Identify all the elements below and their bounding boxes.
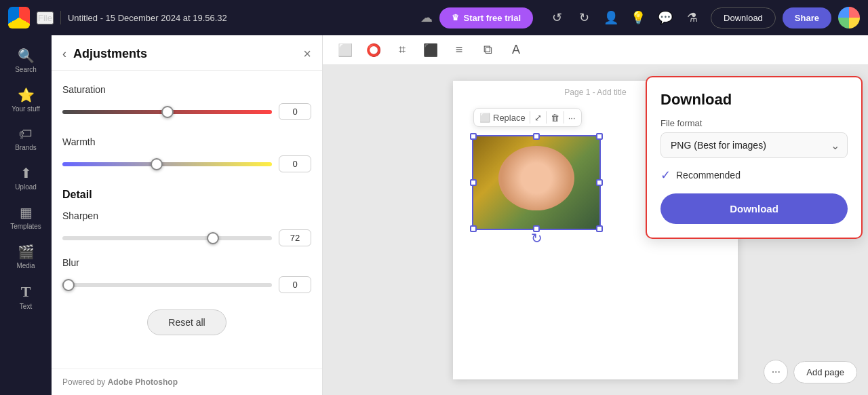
templates-icon: ▦ <box>20 204 33 221</box>
handle-middle-left[interactable] <box>470 179 477 186</box>
handle-middle-right[interactable] <box>596 179 603 186</box>
toolbar-separator <box>530 111 530 124</box>
page-label: Page 1 - Add title <box>564 88 626 97</box>
saturation-section: Saturation <box>62 84 311 120</box>
tool-align-button[interactable]: ≡ <box>448 39 471 62</box>
delete-button[interactable]: 🗑 <box>551 113 559 123</box>
warmth-track <box>62 162 272 166</box>
sidebar-item-text[interactable]: T Text <box>3 278 49 316</box>
sidebar-item-brands[interactable]: 🏷 Brands <box>3 121 49 157</box>
canvas-more-button[interactable]: ··· <box>764 360 788 384</box>
format-select[interactable]: PNG (Best for images) JPEG PDF SVG MP4 <box>660 132 848 158</box>
avatar[interactable] <box>838 7 860 29</box>
recommended-label: Recommended <box>676 170 741 181</box>
more-options-button[interactable]: ··· <box>568 113 576 123</box>
canvas-bottom-controls: ··· Add page <box>764 360 857 384</box>
canva-logo <box>8 7 30 29</box>
tool-duplicate-button[interactable]: ⧉ <box>476 39 499 62</box>
toolbar-separator <box>546 111 547 124</box>
canvas-toolbar: ⬜ ⭕ ⌗ ⬛ ≡ ⧉ A <box>323 35 868 65</box>
download-top-button[interactable]: Download <box>711 7 776 29</box>
sharpen-value-input[interactable] <box>279 229 311 246</box>
tool-select-button[interactable]: ⬜ <box>334 39 357 62</box>
adjustments-panel: ‹ Adjustments × Saturation Warmth <box>52 35 323 395</box>
panel-header: ‹ Adjustments × <box>52 35 322 71</box>
sidebar-item-label: Upload <box>15 183 37 191</box>
blur-slider-row <box>62 276 311 293</box>
toolbar-separator <box>564 111 564 124</box>
tool-translate-button[interactable]: A <box>505 39 528 62</box>
file-menu-button[interactable]: File <box>37 12 54 24</box>
collaborate-button[interactable]: 👤 <box>599 6 623 29</box>
saturation-slider[interactable] <box>62 105 272 119</box>
handle-top-left[interactable] <box>470 133 477 140</box>
tips-button[interactable]: 💡 <box>627 6 650 29</box>
blur-thumb[interactable] <box>62 279 75 291</box>
undo-button[interactable]: ↺ <box>545 6 568 29</box>
warmth-thumb[interactable] <box>151 158 163 170</box>
sidebar-item-templates[interactable]: ▦ Templates <box>3 199 49 236</box>
sidebar-item-your-stuff[interactable]: ⭐ Your stuff <box>3 81 49 118</box>
free-trial-button[interactable]: Start free trial <box>439 7 533 29</box>
text-icon: T <box>21 283 31 301</box>
topbar-action-icons: ↺ ↻ 👤 💡 💬 ⚗ <box>545 6 704 29</box>
apps-button[interactable]: ⚗ <box>681 6 704 29</box>
share-button[interactable]: Share <box>783 7 831 29</box>
tool-circle-button[interactable]: ⭕ <box>362 39 385 62</box>
handle-top-right[interactable] <box>596 133 603 140</box>
replace-icon: ⬜ <box>479 113 490 123</box>
tool-rect-button[interactable]: ⬛ <box>419 39 442 62</box>
blur-label: Blur <box>62 257 311 268</box>
crop-icon: ⤢ <box>534 113 542 123</box>
search-icon: 🔍 <box>18 48 35 64</box>
handle-bottom-left[interactable] <box>470 225 477 232</box>
tool-grid-button[interactable]: ⌗ <box>391 39 414 62</box>
add-page-button[interactable]: Add page <box>793 361 857 383</box>
handle-bottom-right[interactable] <box>596 225 603 232</box>
panel-body: Saturation Warmth <box>52 71 322 369</box>
blur-value-input[interactable] <box>279 276 311 293</box>
panel-close-button[interactable]: × <box>303 46 311 62</box>
saturation-label: Saturation <box>62 84 311 95</box>
sidebar-item-upload[interactable]: ⬆ Upload <box>3 159 49 196</box>
powered-by-text: Powered by <box>62 377 108 387</box>
topbar: File Untitled - 15 December 2024 at 19.5… <box>0 0 868 35</box>
warmth-slider[interactable] <box>62 157 272 171</box>
download-panel-title: Download <box>660 91 848 109</box>
blur-track <box>62 283 272 287</box>
image-content <box>473 136 599 229</box>
delete-icon: 🗑 <box>551 113 559 123</box>
warmth-value-input[interactable] <box>279 155 311 172</box>
blur-slider[interactable] <box>62 278 272 292</box>
reset-all-button[interactable]: Reset all <box>147 309 226 335</box>
saturation-value-input[interactable] <box>279 103 311 120</box>
recommended-row: ✓ Recommended <box>660 168 848 183</box>
comments-button[interactable]: 💬 <box>654 6 677 29</box>
check-circle-icon: ✓ <box>660 168 671 183</box>
upload-icon: ⬆ <box>20 165 32 181</box>
redo-button[interactable]: ↻ <box>572 6 595 29</box>
crop-button[interactable]: ⤢ <box>534 113 542 123</box>
cloud-icon[interactable]: ☁ <box>420 10 433 25</box>
sidebar-item-label: Your stuff <box>12 105 40 113</box>
sidebar-item-label: Templates <box>10 223 41 230</box>
image-figure <box>498 146 574 210</box>
topbar-divider <box>60 11 61 24</box>
media-icon: 🎬 <box>18 244 35 260</box>
more-icon: ··· <box>568 113 576 123</box>
image-widget[interactable]: ⬜ Replace ⤢ 🗑 ··· <box>472 135 601 230</box>
replace-label: Replace <box>493 113 526 123</box>
panel-back-button[interactable]: ‹ <box>62 47 66 61</box>
sharpen-slider[interactable] <box>62 231 272 245</box>
rotate-handle[interactable]: ↻ <box>531 230 542 246</box>
sidebar-item-media[interactable]: 🎬 Media <box>3 238 49 275</box>
sidebar-item-search[interactable]: 🔍 Search <box>3 42 49 79</box>
saturation-track <box>62 110 272 114</box>
handle-top-center[interactable] <box>533 133 540 140</box>
sharpen-thumb[interactable] <box>207 232 219 244</box>
canvas-area: ⬜ ⭕ ⌗ ⬛ ≡ ⧉ A Page 1 - Add title ⬜ Repla… <box>323 35 868 395</box>
chevron-down-icon: ⌄ <box>831 139 840 152</box>
saturation-thumb[interactable] <box>161 106 174 118</box>
replace-button[interactable]: ⬜ Replace <box>479 113 526 123</box>
download-main-button[interactable]: Download <box>660 193 848 224</box>
